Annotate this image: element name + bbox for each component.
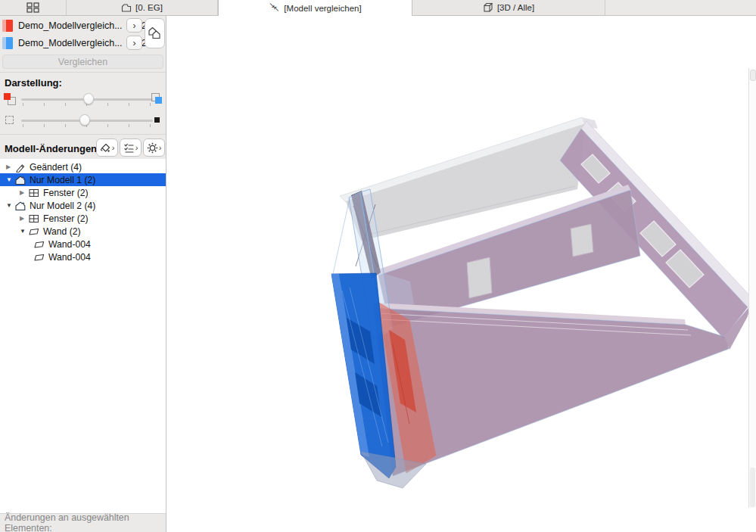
tab-label: [Modell vergleichen]: [284, 4, 361, 13]
tree-row-nur-modell-2[interactable]: ▼ Nur Modell 2 (4): [0, 199, 166, 212]
tab-0-eg[interactable]: [0. EG]: [67, 0, 218, 15]
color-blend-thumb[interactable]: [83, 93, 94, 104]
model1-color-chip: [2, 20, 13, 32]
pencil-icon: [14, 162, 26, 173]
tab-bar-empty: [605, 0, 756, 15]
model2-color-chip: [2, 37, 13, 49]
ghost-outline-icon: [3, 114, 17, 127]
settings-button[interactable]: ›: [143, 138, 165, 157]
window-icon: [28, 188, 40, 198]
app-window: [0. EG] ↘ ↖ [Modell vergleichen] [3D / A…: [0, 0, 756, 532]
wall-icon: [28, 226, 40, 237]
model1-picker-button[interactable]: ›: [126, 18, 142, 33]
tree-row-fenster-1[interactable]: ▶ Fenster (2): [0, 186, 166, 199]
wall-icon: [33, 252, 45, 263]
tree-row-nur-modell-1[interactable]: ▼ Nur Modell 1 (2): [0, 173, 166, 186]
tab-modell-vergleichen[interactable]: ↘ ↖ [Modell vergleichen]: [218, 0, 412, 16]
house-icon: [14, 201, 26, 211]
gear-icon: [147, 142, 158, 154]
tab-label: [0. EG]: [135, 3, 163, 12]
tree-row-wand[interactable]: ▼ Wand (2): [0, 225, 166, 238]
tree-row-geaendert[interactable]: ▶ Geändert (4): [0, 160, 166, 173]
compare-button[interactable]: Vergleichen: [2, 54, 163, 69]
criteria-list-button[interactable]: ›: [120, 138, 142, 157]
model-changes-heading: Modell-Änderungen:: [5, 143, 100, 154]
divider: [0, 134, 166, 135]
3d-view: [166, 16, 756, 532]
grid-icon: [26, 2, 39, 13]
model1-color-icon: [3, 92, 17, 106]
tree-row-wand-004-b[interactable]: Wand-004: [0, 250, 166, 263]
highlight-style-button[interactable]: ›: [96, 138, 118, 157]
window-icon: [28, 213, 40, 224]
tree-row-wand-004-a[interactable]: Wand-004: [0, 238, 166, 250]
layout-icon: [121, 2, 132, 13]
cube-icon: [483, 2, 493, 13]
scrollbar-thumb-top[interactable]: [750, 70, 756, 81]
scrollbar-thumb-bottom[interactable]: [750, 468, 755, 507]
vertical-scrollbar[interactable]: [748, 68, 756, 508]
overlapping-houses-icon: [148, 26, 162, 41]
tree-row-fenster-2[interactable]: ▶ Fenster (2): [0, 212, 166, 225]
house-icon: [14, 175, 26, 185]
model2-picker-button[interactable]: ›: [126, 36, 142, 50]
selected-elements-footer: Änderungen an ausgewählten Elementen:: [0, 513, 166, 532]
model2-name: Demo_Modellvergleich...: [18, 38, 123, 48]
model1-name: Demo_Modellvergleich...: [18, 20, 123, 31]
solid-fill-icon: [151, 114, 164, 127]
changes-tree: ▶ Geändert (4) ▼ Nur Modell 1 (2) ▶ Fens…: [0, 159, 166, 513]
swap-models-button[interactable]: [145, 18, 165, 48]
compare-sidebar: Demo_Modellvergleich... 23:20 › Demo_Mod…: [0, 16, 166, 532]
paint-bucket-icon: [100, 142, 111, 154]
3d-viewport[interactable]: [166, 16, 756, 532]
wall-icon: [33, 239, 45, 250]
outline-blend-slider-row: [0, 112, 166, 129]
compare-arrows-icon: ↘ ↖: [269, 3, 280, 14]
display-heading: Darstellung:: [5, 77, 62, 89]
tab-3d-alle[interactable]: [3D / Alle]: [412, 0, 605, 15]
checklist-icon: [123, 142, 135, 154]
tab-overview-button[interactable]: [0, 0, 67, 15]
divider: [0, 72, 166, 73]
tab-label: [3D / Alle]: [497, 3, 534, 12]
color-blend-slider-row: [0, 91, 166, 107]
outline-blend-thumb[interactable]: [79, 114, 90, 126]
tab-bar: [0. EG] ↘ ↖ [Modell vergleichen] [3D / A…: [0, 0, 756, 16]
model2-color-icon: [151, 92, 164, 106]
